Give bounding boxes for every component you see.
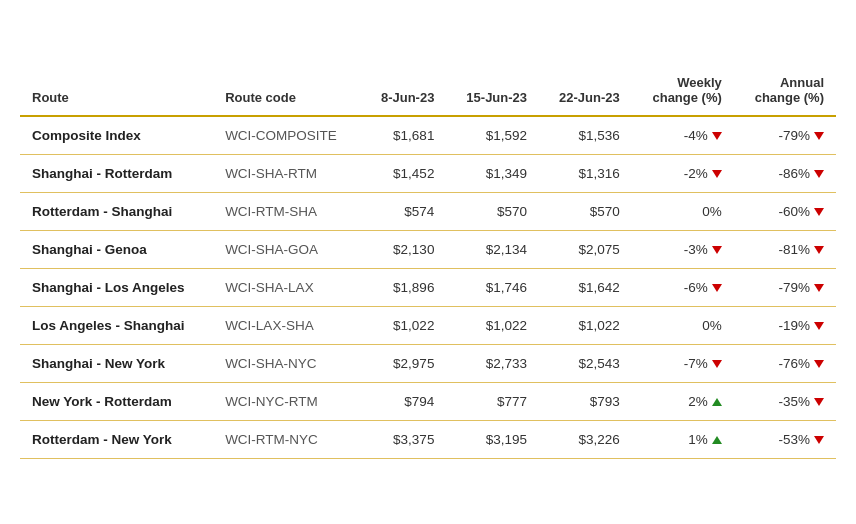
date-value-1: $2,130 (362, 231, 447, 269)
date-value-2: $777 (446, 383, 539, 421)
date-value-2: $3,195 (446, 421, 539, 459)
table-row: Rotterdam - New YorkWCI-RTM-NYC$3,375$3,… (20, 421, 836, 459)
header-route: Route (20, 65, 213, 116)
table-row: Rotterdam - ShanghaiWCI-RTM-SHA$574$570$… (20, 193, 836, 231)
route-code: WCI-SHA-RTM (213, 155, 362, 193)
date-value-1: $1,896 (362, 269, 447, 307)
route-code: WCI-SHA-GOA (213, 231, 362, 269)
route-name: Composite Index (20, 116, 213, 155)
date-value-3: $1,642 (539, 269, 632, 307)
down-arrow-icon (814, 170, 824, 178)
down-arrow-icon (814, 360, 824, 368)
date-value-1: $794 (362, 383, 447, 421)
table-row: Shanghai - New YorkWCI-SHA-NYC$2,975$2,7… (20, 345, 836, 383)
route-code: WCI-RTM-NYC (213, 421, 362, 459)
route-code: WCI-NYC-RTM (213, 383, 362, 421)
route-name: Shanghai - Rotterdam (20, 155, 213, 193)
route-code: WCI-COMPOSITE (213, 116, 362, 155)
down-arrow-icon (814, 132, 824, 140)
date-value-3: $1,022 (539, 307, 632, 345)
weekly-change: -4% (632, 116, 734, 155)
down-arrow-icon (814, 208, 824, 216)
weekly-change: -3% (632, 231, 734, 269)
annual-change: -79% (734, 116, 836, 155)
table-row: Los Angeles - ShanghaiWCI-LAX-SHA$1,022$… (20, 307, 836, 345)
weekly-change: 2% (632, 383, 734, 421)
annual-change: -86% (734, 155, 836, 193)
table-row: Shanghai - Los AngelesWCI-SHA-LAX$1,896$… (20, 269, 836, 307)
annual-change: -53% (734, 421, 836, 459)
annual-change: -76% (734, 345, 836, 383)
down-arrow-icon (814, 284, 824, 292)
date-value-2: $2,134 (446, 231, 539, 269)
header-date1: 8-Jun-23 (362, 65, 447, 116)
date-value-1: $1,681 (362, 116, 447, 155)
route-name: New York - Rotterdam (20, 383, 213, 421)
date-value-3: $570 (539, 193, 632, 231)
down-arrow-icon (712, 132, 722, 140)
date-value-2: $1,022 (446, 307, 539, 345)
up-arrow-icon (712, 436, 722, 444)
header-date2: 15-Jun-23 (446, 65, 539, 116)
down-arrow-icon (814, 398, 824, 406)
date-value-3: $3,226 (539, 421, 632, 459)
date-value-1: $1,452 (362, 155, 447, 193)
date-value-3: $1,316 (539, 155, 632, 193)
up-arrow-icon (712, 398, 722, 406)
weekly-change: -2% (632, 155, 734, 193)
route-code: WCI-RTM-SHA (213, 193, 362, 231)
route-name: Shanghai - New York (20, 345, 213, 383)
route-name: Rotterdam - Shanghai (20, 193, 213, 231)
header-date3: 22-Jun-23 (539, 65, 632, 116)
down-arrow-icon (712, 246, 722, 254)
route-name: Los Angeles - Shanghai (20, 307, 213, 345)
date-value-1: $574 (362, 193, 447, 231)
route-code: WCI-LAX-SHA (213, 307, 362, 345)
annual-change: -81% (734, 231, 836, 269)
weekly-change: -7% (632, 345, 734, 383)
table-row: Shanghai - RotterdamWCI-SHA-RTM$1,452$1,… (20, 155, 836, 193)
freight-index-table: Route Route code 8-Jun-23 15-Jun-23 22-J… (20, 65, 836, 459)
down-arrow-icon (814, 436, 824, 444)
header-weekly: Weekly change (%) (632, 65, 734, 116)
route-code: WCI-SHA-LAX (213, 269, 362, 307)
date-value-3: $1,536 (539, 116, 632, 155)
weekly-change: 0% (632, 193, 734, 231)
weekly-change: -6% (632, 269, 734, 307)
table-row: Composite IndexWCI-COMPOSITE$1,681$1,592… (20, 116, 836, 155)
annual-change: -60% (734, 193, 836, 231)
date-value-1: $3,375 (362, 421, 447, 459)
annual-change: -19% (734, 307, 836, 345)
down-arrow-icon (814, 246, 824, 254)
date-value-2: $2,733 (446, 345, 539, 383)
down-arrow-icon (712, 360, 722, 368)
header-code: Route code (213, 65, 362, 116)
header-annual: Annual change (%) (734, 65, 836, 116)
route-name: Shanghai - Genoa (20, 231, 213, 269)
down-arrow-icon (712, 284, 722, 292)
table-row: Shanghai - GenoaWCI-SHA-GOA$2,130$2,134$… (20, 231, 836, 269)
annual-change: -35% (734, 383, 836, 421)
down-arrow-icon (814, 322, 824, 330)
date-value-1: $1,022 (362, 307, 447, 345)
down-arrow-icon (712, 170, 722, 178)
route-code: WCI-SHA-NYC (213, 345, 362, 383)
route-name: Shanghai - Los Angeles (20, 269, 213, 307)
date-value-2: $1,349 (446, 155, 539, 193)
annual-change: -79% (734, 269, 836, 307)
route-name: Rotterdam - New York (20, 421, 213, 459)
weekly-change: 1% (632, 421, 734, 459)
date-value-2: $1,746 (446, 269, 539, 307)
date-value-2: $1,592 (446, 116, 539, 155)
date-value-3: $793 (539, 383, 632, 421)
table-row: New York - RotterdamWCI-NYC-RTM$794$777$… (20, 383, 836, 421)
weekly-change: 0% (632, 307, 734, 345)
date-value-1: $2,975 (362, 345, 447, 383)
date-value-2: $570 (446, 193, 539, 231)
date-value-3: $2,075 (539, 231, 632, 269)
date-value-3: $2,543 (539, 345, 632, 383)
